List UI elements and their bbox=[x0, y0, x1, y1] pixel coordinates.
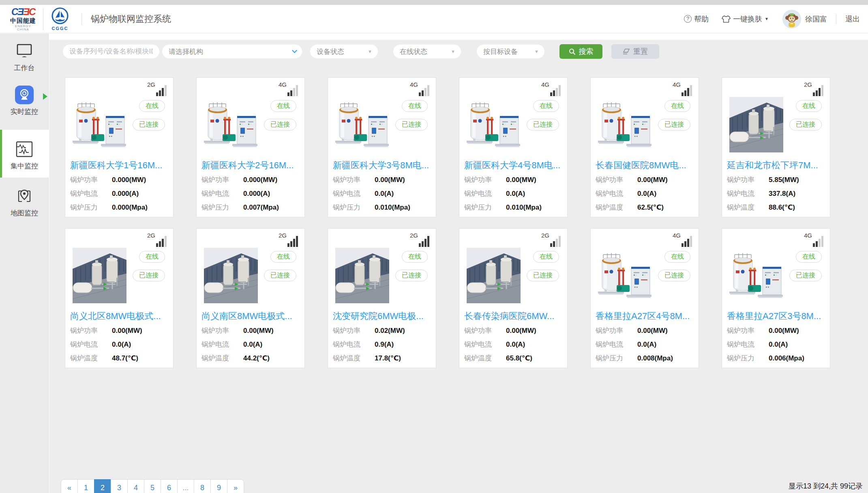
device-name-link[interactable]: 新疆医科大学3号8M电... bbox=[333, 159, 433, 171]
metric-row: 锅炉电流 0.0(A) bbox=[464, 341, 564, 349]
metric-value: 0.00(MW) bbox=[243, 327, 274, 335]
sidebar-item-realtime[interactable]: 实时监控 bbox=[0, 85, 49, 116]
device-name-link[interactable]: 尚义南区8MW电极式... bbox=[201, 310, 301, 322]
reset-button[interactable]: 重置 bbox=[611, 44, 659, 59]
device-card[interactable]: 4G bbox=[722, 228, 830, 368]
metric-value: 0.000(Mpa) bbox=[112, 204, 148, 212]
metric-value: 0.00(MW) bbox=[637, 176, 668, 184]
search-input[interactable] bbox=[63, 45, 159, 58]
online-status-value: 在线状态 bbox=[400, 47, 427, 56]
username[interactable]: 徐国富 bbox=[805, 14, 827, 24]
metric-row: 锅炉电流 0.0(A) bbox=[596, 341, 695, 349]
metric-label: 锅炉电流 bbox=[596, 341, 637, 349]
metric-value: 65.8(℃) bbox=[506, 354, 532, 362]
avatar[interactable] bbox=[782, 10, 801, 28]
online-status-badge: 在线 bbox=[270, 100, 296, 112]
pagination-page-5[interactable]: 5 bbox=[144, 479, 161, 493]
pagination-prev[interactable]: « bbox=[61, 479, 78, 493]
device-name-link[interactable]: 香格里拉A27区4号8M... bbox=[596, 310, 695, 322]
sidebar-label: 实时监控 bbox=[0, 107, 49, 116]
device-card[interactable]: 2G bbox=[65, 228, 174, 368]
connected-status-badge: 已连接 bbox=[395, 270, 428, 281]
device-image bbox=[204, 248, 258, 303]
device-name-link[interactable]: 尚义北区8MW电极式... bbox=[70, 310, 170, 322]
online-status-badge: 在线 bbox=[270, 251, 296, 263]
pagination-page-1[interactable]: 1 bbox=[77, 479, 94, 493]
pagination-page-3[interactable]: 3 bbox=[111, 479, 128, 493]
cggc-logo: CGGC bbox=[48, 7, 72, 31]
device-card[interactable]: 2G bbox=[196, 228, 305, 368]
organization-select[interactable]: 请选择机构 bbox=[162, 45, 302, 58]
device-card[interactable]: 2G bbox=[328, 228, 436, 368]
device-card[interactable]: 4G bbox=[328, 77, 436, 217]
device-card[interactable]: 2G bbox=[459, 228, 568, 368]
pagination-ellipsis: ... bbox=[177, 479, 194, 493]
device-name-link[interactable]: 长春传染病医院6MW... bbox=[464, 310, 564, 322]
device-status-value: 设备状态 bbox=[317, 47, 344, 56]
pagination-page-4[interactable]: 4 bbox=[127, 479, 144, 493]
cggc-circle-icon bbox=[51, 7, 69, 25]
metric-row: 锅炉压力 0.008(Mpa) bbox=[596, 354, 695, 362]
eraser-icon bbox=[623, 49, 630, 54]
status-badges: 在线 已连接 bbox=[395, 251, 428, 281]
pagination-page-6[interactable]: 6 bbox=[161, 479, 178, 493]
sidebar-label: 集中监控 bbox=[0, 161, 49, 171]
device-card[interactable]: 4G bbox=[590, 228, 699, 368]
device-image bbox=[598, 248, 652, 303]
metric-label: 锅炉功率 bbox=[70, 176, 112, 184]
ceec-logo-cn: 中国能建 bbox=[9, 17, 37, 24]
online-status-select[interactable]: 在线状态 ▼ bbox=[393, 45, 461, 58]
energy-china-logo: CƎƎC 中国能建 ENERGY CHINA bbox=[9, 7, 37, 31]
metric-value: 0.00(MW) bbox=[375, 176, 405, 184]
device-name-link[interactable]: 新疆医科大学1号16M... bbox=[70, 159, 170, 171]
sidebar-label: 工作台 bbox=[0, 63, 49, 73]
device-name-link[interactable]: 香格里拉A27区3号8M... bbox=[727, 310, 827, 322]
device-name-link[interactable]: 延吉和龙市松下坪7M... bbox=[727, 159, 827, 171]
metric-label: 锅炉功率 bbox=[201, 176, 243, 184]
device-metrics: 锅炉功率 0.00(MW) 锅炉电流 0.0(A) 锅炉温度 62.5(℃) bbox=[596, 176, 695, 217]
metric-label: 锅炉电流 bbox=[333, 341, 375, 349]
pagination-page-8[interactable]: 8 bbox=[194, 479, 211, 493]
device-name-link[interactable]: 新疆医科大学4号8M电... bbox=[464, 159, 564, 171]
boiler-tank-illustration bbox=[598, 97, 652, 152]
device-card[interactable]: 4G bbox=[459, 77, 568, 217]
map-pin-icon bbox=[0, 186, 49, 206]
metric-label: 锅炉功率 bbox=[727, 176, 769, 184]
metric-value: 0.000(A) bbox=[112, 190, 139, 198]
device-card[interactable]: 2G bbox=[65, 77, 174, 217]
metric-label: 锅炉电流 bbox=[727, 190, 769, 198]
target-device-select[interactable]: 按目标设备 ▼ bbox=[477, 45, 544, 58]
device-status-select[interactable]: 设备状态 ▼ bbox=[310, 45, 378, 58]
device-metrics: 锅炉功率 0.00(MW) 锅炉电流 0.0(A) 锅炉温度 65.8(℃) bbox=[464, 327, 564, 368]
sidebar-label: 地图监控 bbox=[0, 208, 49, 218]
metric-row: 锅炉压力 0.010(Mpa) bbox=[333, 204, 433, 212]
device-name-link[interactable]: 沈变研究院6MW电极... bbox=[333, 310, 433, 322]
device-card[interactable]: 4G bbox=[196, 77, 305, 217]
pagination-page-2[interactable]: 2 bbox=[94, 479, 111, 493]
help-button[interactable]: ? 帮助 bbox=[684, 14, 709, 24]
device-image bbox=[598, 97, 652, 152]
device-name-link[interactable]: 新疆医科大学2号16M... bbox=[201, 159, 301, 171]
metric-label: 锅炉压力 bbox=[201, 204, 243, 212]
waveform-icon bbox=[0, 139, 49, 159]
metric-row: 锅炉功率 0.00(MW) bbox=[201, 327, 301, 335]
signal-indicator: 4G bbox=[541, 81, 561, 96]
device-name-link[interactable]: 长春国健医院8MW电... bbox=[596, 159, 695, 171]
signal-indicator: 2G bbox=[279, 232, 298, 247]
search-button[interactable]: 搜索 bbox=[559, 44, 602, 59]
pagination-page-9[interactable]: 9 bbox=[210, 479, 227, 493]
pagination-next[interactable]: » bbox=[227, 479, 244, 493]
metric-row: 锅炉电流 0.0(A) bbox=[727, 341, 827, 349]
sidebar-item-workbench[interactable]: 工作台 bbox=[0, 41, 49, 73]
device-metrics: 锅炉功率 0.00(MW) 锅炉电流 0.0(A) 锅炉温度 44.2(℃) bbox=[201, 327, 301, 368]
sidebar-item-map[interactable]: 地图监控 bbox=[0, 186, 49, 218]
device-card[interactable]: 4G bbox=[590, 77, 699, 217]
device-image bbox=[335, 97, 389, 152]
device-card[interactable]: 2G bbox=[722, 77, 830, 217]
online-status-badge: 在线 bbox=[139, 100, 165, 112]
logout-button[interactable]: 退出 bbox=[845, 14, 860, 24]
metric-value: 0.000(MW) bbox=[243, 176, 277, 184]
status-badges: 在线 已连接 bbox=[527, 251, 559, 281]
sidebar-item-centralized[interactable]: 集中监控 bbox=[0, 130, 49, 178]
skin-switch-button[interactable]: 一键换肤 ▼ bbox=[722, 14, 769, 24]
